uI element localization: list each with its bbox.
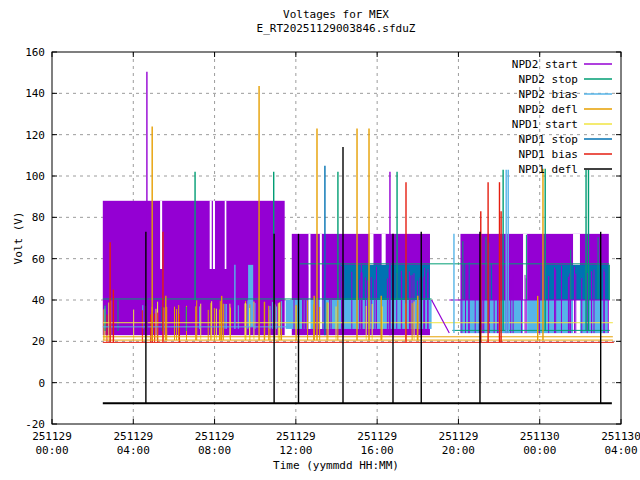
x-tick-label-time: 08:00 [198, 444, 231, 457]
x-axis-label: Time (yymmdd HH:MM) [273, 459, 399, 472]
x-tick-label-date: 251129 [195, 430, 235, 443]
band-gap [369, 234, 373, 265]
y-tick-label: 60 [32, 253, 45, 266]
x-tick-label-date: 251129 [32, 430, 72, 443]
legend-label: NPD2 defl [518, 103, 578, 116]
x-tick-label-time: 16:00 [361, 444, 394, 457]
y-tick-label: 80 [32, 211, 45, 224]
voltage-band [248, 265, 253, 327]
x-tick-label-time: 12:00 [279, 444, 312, 457]
y-tick-label: 40 [32, 294, 45, 307]
x-tick-label-date: 251129 [439, 430, 479, 443]
x-tick-label-time: 04:00 [117, 444, 150, 457]
x-tick-label-date: 251130 [520, 430, 560, 443]
y-tick-label: 0 [38, 377, 45, 390]
legend-label: NPD1 start [512, 118, 578, 131]
legend-label: NPD2 stop [518, 73, 578, 86]
y-tick-label: 160 [25, 46, 45, 59]
y-tick-label: 20 [32, 335, 45, 348]
band-gap [573, 234, 580, 265]
legend: NPD2 startNPD2 stopNPD2 biasNPD2 deflNPD… [512, 58, 612, 176]
voltage-band [103, 201, 285, 335]
ramp-line [432, 300, 450, 333]
legend-label: NPD1 bias [518, 148, 578, 161]
legend-label: NPD2 bias [518, 88, 578, 101]
gnuplot-voltage-chart: -2002040608010012014016025112900:0025112… [0, 0, 640, 480]
band-gap [308, 234, 310, 329]
x-tick-label-time: 20:00 [442, 444, 475, 457]
x-tick-label-time: 04:00 [604, 444, 637, 457]
x-tick-label-date: 251129 [357, 430, 397, 443]
band-gap [210, 201, 212, 269]
x-tick-label-time: 00:00 [35, 444, 68, 457]
x-tick-label-date: 251129 [113, 430, 153, 443]
band-gap [160, 201, 162, 269]
band-gap [382, 234, 386, 265]
x-tick-label-time: 00:00 [523, 444, 556, 457]
y-axis-label: Volt (V) [12, 212, 25, 265]
chart-title: Voltages for MEX [283, 8, 389, 21]
chart-subtitle: E_RT20251129003846.sfduZ [257, 22, 416, 35]
band-gap [213, 201, 215, 269]
x-tick-label-date: 251130 [601, 430, 640, 443]
y-tick-label: 140 [25, 87, 45, 100]
chart-canvas: -2002040608010012014016025112900:0025112… [0, 0, 640, 480]
band-gap [225, 201, 227, 269]
voltage-band [341, 265, 430, 300]
x-tick-label-date: 251129 [276, 430, 316, 443]
legend-label: NPD2 start [512, 58, 578, 71]
legend-label: NPD1 defl [518, 163, 578, 176]
y-tick-label: 100 [25, 170, 45, 183]
y-tick-label: 120 [25, 129, 45, 142]
legend-label: NPD1 stop [518, 133, 578, 146]
